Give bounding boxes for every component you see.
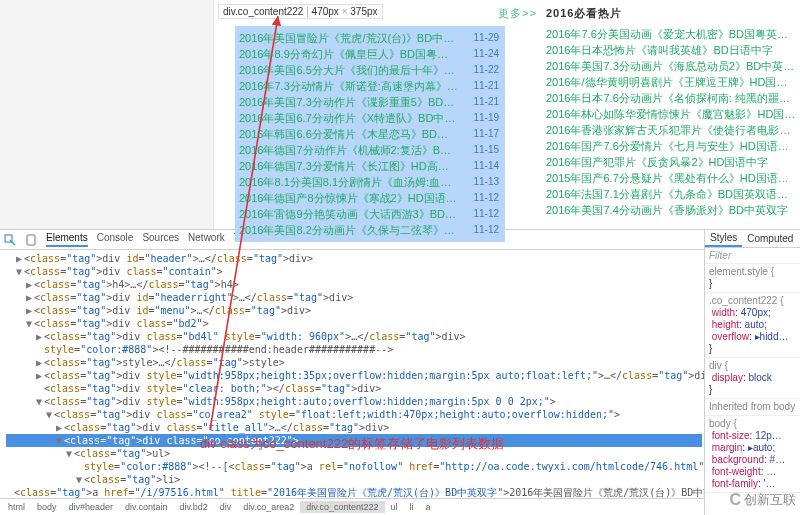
style-rule[interactable]: div { display: block} xyxy=(705,358,800,399)
devtools-tab-elements[interactable]: Elements xyxy=(46,232,88,247)
crumb[interactable]: html xyxy=(2,501,31,513)
devtools-tab-console[interactable]: Console xyxy=(97,232,134,247)
crumb[interactable]: a xyxy=(420,501,437,513)
dom-line[interactable]: ▶<class="tag">div id="headerright">…</cl… xyxy=(6,291,702,304)
dom-line[interactable]: ▶<class="tag">div class="title_all">…</c… xyxy=(6,421,702,434)
styles-pane: StylesComputed Filter element.style {}.c… xyxy=(705,230,800,515)
list-item[interactable]: 2016年美国8.2分动画片《久保与二弦琴》BD中英双字11-12 xyxy=(239,222,499,238)
movie-date: 11-12 xyxy=(473,206,499,222)
list-item[interactable]: 2016年韩国6.6分爱情片《木星恋马》BD中字11-17 xyxy=(239,126,499,142)
devtools-tab-network[interactable]: Network xyxy=(188,232,225,247)
devtools-tab-sources[interactable]: Sources xyxy=(142,232,179,247)
style-rule[interactable]: body { font-size: 12p… margin: ▸auto; ba… xyxy=(705,416,800,493)
movie-date: 11-21 xyxy=(473,78,499,94)
watermark: C 创新互联 xyxy=(729,491,796,509)
movie-title: 2016年7.3分动情片《斯诺登:高速堡内幕》HD高清中字 xyxy=(239,78,459,94)
list-item[interactable]: 2015年国产6.7分悬疑片《黑处有什么》HD国语中英双字 xyxy=(546,170,796,186)
dom-tree[interactable]: ▶<class="tag">div id="header">…</class="… xyxy=(0,250,704,498)
list-item[interactable]: 2016年日本7.6分动画片《名侦探柯南: 纯黑的噩梦》BD日语中字 xyxy=(546,90,796,106)
list-item[interactable]: 2016年美国6.7分动作片《X特遣队》BD中英双字11-19 xyxy=(239,110,499,126)
hover-height: 375px xyxy=(350,6,377,17)
movie-title: 2016年8.1分美国8.1分剧情片《血汤姆:血战钢锯岭》BD中英双字 xyxy=(239,174,459,190)
dom-line[interactable]: style="color:#888"><!--[<class="tag">a r… xyxy=(6,460,702,473)
crumb[interactable]: li xyxy=(404,501,420,513)
svg-rect-1 xyxy=(27,235,35,245)
dom-line[interactable]: ▶<class="tag">div class="bd4l" style="wi… xyxy=(6,330,702,343)
device-icon[interactable] xyxy=(25,234,37,246)
list-item[interactable]: 2016年林心如陈华爱情惊悚片《魔宫魅影》HD国语中字 xyxy=(546,106,796,122)
list-item[interactable]: 2016年8.9分奇幻片《佩皇巨人》BD国粤英三语中字11-24 xyxy=(239,46,499,62)
highlighted-co_content222: 2016年美国冒险片《荒虎/荒汉(台)》BD中英双字11-292016年8.9分… xyxy=(235,26,505,242)
dom-line[interactable]: ▶<class="tag">div id="header">…</class="… xyxy=(6,252,702,265)
hover-selector: div.co_content222 xyxy=(223,6,303,17)
dom-line[interactable]: ▼<class="tag">div class="co_area2" style… xyxy=(6,408,702,421)
list-item[interactable]: 2016年7.6分美国动画《爱宠大机密》BD国粤英三语中字 xyxy=(546,26,796,42)
list-item[interactable]: 2016年德国7.3分爱情片《长江图》HD高清中英双字11-14 xyxy=(239,158,499,174)
page-gutter xyxy=(0,0,214,229)
styles-tab[interactable]: Styles xyxy=(705,230,742,247)
movie-title: 2016年美国冒险片《荒虎/荒汉(台)》BD中英双字 xyxy=(239,30,459,46)
list-item[interactable]: 2016年美国7.3分动作片《谍影重重5》BD国英双语中英双字11-21 xyxy=(239,94,499,110)
crumb[interactable]: div.co_area2 xyxy=(237,501,300,513)
list-item[interactable]: 2016年国产犯罪片《反贪风暴2》HD国语中字 xyxy=(546,154,796,170)
more-link[interactable]: 更多>> xyxy=(498,6,537,21)
list-item[interactable]: 2016年/德华黄明明喜剧片《王牌逗王牌》HD国语中字 xyxy=(546,74,796,90)
list-item[interactable]: 2016年雷德9分艳笑动画《大话西游3》BD国粤双语中字11-12 xyxy=(239,206,499,222)
movie-date: 11-12 xyxy=(473,222,499,238)
movie-date: 11-12 xyxy=(473,190,499,206)
movie-date: 11-29 xyxy=(473,30,499,46)
dom-line[interactable]: ▼<class="tag">div class="bd2"> xyxy=(6,317,702,330)
movie-date: 11-17 xyxy=(473,126,499,142)
dom-line[interactable]: ▶<class="tag">h4>…</class="tag">h4> xyxy=(6,278,702,291)
crumb[interactable]: div#header xyxy=(63,501,120,513)
styles-tab[interactable]: Computed xyxy=(742,231,798,246)
style-rule[interactable]: element.style {} xyxy=(705,264,800,293)
list-item[interactable]: 2016年德国7分动作片《机械师2:复活》BD国英双语中英双字11-15 xyxy=(239,142,499,158)
list-item[interactable]: 2016年国产7.6分爱情片《七月与安生》HD国语中字 xyxy=(546,138,796,154)
movie-date: 11-13 xyxy=(473,174,499,190)
movie-title: 2016年雷德9分艳笑动画《大话西游3》BD国粤双语中字 xyxy=(239,206,459,222)
movie-title: 2016年美国6.7分动作片《X特遣队》BD中英双字 xyxy=(239,110,459,126)
crumb[interactable]: div.bd2 xyxy=(173,501,213,513)
watermark-logo: C xyxy=(729,491,741,509)
movie-title: 2016年8.9分奇幻片《佩皇巨人》BD国粤英三语中字 xyxy=(239,46,459,62)
style-rule[interactable]: Inherited from body xyxy=(705,399,800,416)
dom-line[interactable]: ▶<class="tag">style>…</class="tag">style… xyxy=(6,356,702,369)
movie-title: 2016年德国产8分惊悚片《寒战2》HD国语中字 xyxy=(239,190,459,206)
styles-filter[interactable]: Filter xyxy=(705,248,800,264)
browser-viewport: div.co_content222 | 470px × 375px 更多>> 2… xyxy=(0,0,800,230)
list-item[interactable]: 2016年法国7.1分喜剧片《九条命》BD国英双语中字 xyxy=(546,186,796,202)
hover-width: 470px xyxy=(312,6,339,17)
watermark-text: 创新互联 xyxy=(744,491,796,509)
crumb[interactable]: div xyxy=(214,501,238,513)
list-item[interactable]: 2016年美国6.5分大片《我们的最后十年》HD国语中字11-22 xyxy=(239,62,499,78)
crumb[interactable]: ul xyxy=(385,501,404,513)
list-item[interactable]: 2016年7.3分动情片《斯诺登:高速堡内幕》HD高清中字11-21 xyxy=(239,78,499,94)
style-rule[interactable]: .co_content222 { width: 470px; height: a… xyxy=(705,293,800,358)
list-item[interactable]: 2016年8.1分美国8.1分剧情片《血汤姆:血战钢锯岭》BD中英双字11-13 xyxy=(239,174,499,190)
dom-line[interactable]: ▶<class="tag">div style="width:958px;hei… xyxy=(6,369,702,382)
list-item[interactable]: 2016年香港张家辉古天乐犯罪片《使徒行者电影版》BD双语中字 xyxy=(546,122,796,138)
inspect-icon[interactable] xyxy=(4,234,16,246)
list-item[interactable]: 2016年美国7.4分动画片《香肠派对》BD中英双字 xyxy=(546,202,796,218)
movie-title: 2016年美国6.5分大片《我们的最后十年》HD国语中字 xyxy=(239,62,459,78)
dom-line[interactable]: <class="tag">a href="/i/97516.html" titl… xyxy=(6,486,702,498)
dom-line[interactable]: ▼<class="tag">div class="contain"> xyxy=(6,265,702,278)
movie-date: 11-19 xyxy=(473,110,499,126)
list-item[interactable]: 2016年美国7.3分动画片《海底总动员2》BD中英双字 xyxy=(546,58,796,74)
dom-line[interactable]: ▶<class="tag">div id="menu">…</class="ta… xyxy=(6,304,702,317)
crumb[interactable]: div.co_content222 xyxy=(300,501,384,513)
list-item[interactable]: 2016年德国产8分惊悚片《寒战2》HD国语中字11-12 xyxy=(239,190,499,206)
list-item[interactable]: 2016年日本恐怖片《请叫我英雄》BD日语中字 xyxy=(546,42,796,58)
dom-line[interactable]: <class="tag">div style="clear: both;"></… xyxy=(6,382,702,395)
dom-line[interactable]: ▼<class="tag">li> xyxy=(6,473,702,486)
dom-line[interactable]: style="color:#888"><!--###########end:he… xyxy=(6,343,702,356)
dom-line[interactable]: ▼<class="tag">div style="width:958px;hei… xyxy=(6,395,702,408)
hot-movies-list: 2016年7.6分美国动画《爱宠大机密》BD国粤英三语中字2016年日本恐怖片《… xyxy=(546,26,796,218)
list-item[interactable]: 2016年美国冒险片《荒虎/荒汉(台)》BD中英双字11-29 xyxy=(239,30,499,46)
movie-date: 11-15 xyxy=(473,142,499,158)
breadcrumb[interactable]: htmlbodydiv#headerdiv.containdiv.bd2divd… xyxy=(0,498,704,515)
crumb[interactable]: body xyxy=(31,501,63,513)
movie-title: 2016年韩国6.6分爱情片《木星恋马》BD中字 xyxy=(239,126,459,142)
crumb[interactable]: div.contain xyxy=(119,501,173,513)
